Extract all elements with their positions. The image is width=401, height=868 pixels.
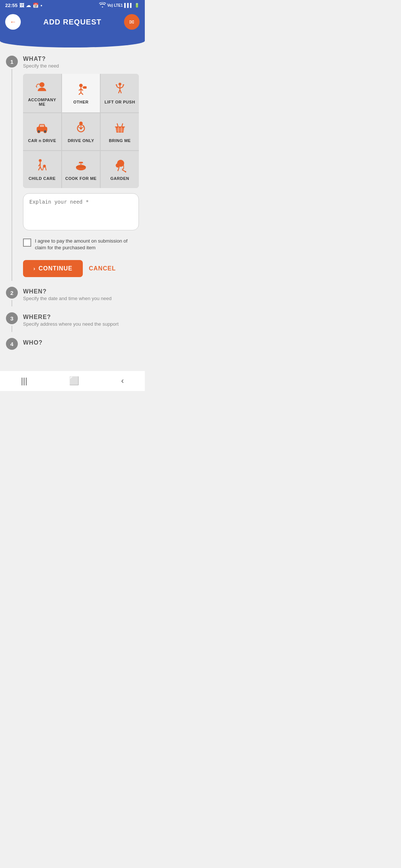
step-4-title: WHO? (23, 339, 139, 346)
service-accompany[interactable]: ACCOMPANY ME (23, 74, 61, 112)
explain-input[interactable] (23, 193, 139, 230)
svg-point-5 (38, 130, 40, 133)
lte-icon: Vo) LTE1 (107, 3, 123, 7)
svg-point-1 (79, 84, 83, 88)
svg-point-10 (80, 127, 82, 129)
agreement-row: I agree to pay the amount on submission … (23, 238, 139, 251)
status-right: Vo) LTE1 ▌▌▌ 🔋 (99, 2, 140, 8)
nav-home-icon[interactable]: ⬜ (69, 376, 79, 386)
step-4-container: 4 WHO? (6, 338, 139, 350)
step-1-body: WHAT? Specify the need ACCOMPANY ME (23, 56, 139, 281)
step-1-title: WHAT? (23, 56, 139, 62)
step-3-subtitle: Specify address where you need the suppo… (23, 321, 139, 327)
step-3-indicator: 3 (6, 312, 18, 332)
service-lift[interactable]: LIFT OR PUSH (101, 74, 139, 112)
step-2-subtitle: Specify the date and time when you need (23, 296, 139, 301)
svg-point-6 (44, 130, 47, 133)
dot-icon: • (40, 3, 42, 8)
service-bring-label: BRING ME (109, 138, 131, 143)
action-buttons: › CONTINUE CANCEL (23, 260, 139, 277)
step-4-circle: 4 (6, 338, 18, 350)
status-bar: 22:55 🖼 ☁ 📅 • Vo) LTE1 ▌▌▌ 🔋 (0, 0, 145, 10)
svg-rect-7 (40, 125, 44, 127)
mail-button[interactable]: ✉ (124, 14, 140, 30)
lift-icon (113, 82, 127, 96)
back-button[interactable]: ← (5, 14, 21, 30)
step-3-container: 3 WHERE? Specify address where you need … (6, 312, 139, 332)
svg-point-0 (40, 82, 45, 87)
time-text: 22:55 (5, 3, 17, 8)
service-other[interactable]: OTHER (62, 74, 100, 112)
step-3-line (12, 326, 12, 332)
car-icon (35, 121, 49, 135)
svg-point-11 (39, 159, 42, 162)
status-time: 22:55 🖼 ☁ 📅 • (5, 3, 42, 8)
svg-point-12 (43, 165, 46, 168)
step-1-circle: 1 (6, 56, 18, 68)
service-grid: ACCOMPANY ME OTHER (23, 74, 139, 188)
signal-icon: ▌▌▌ (124, 3, 133, 7)
step-1-indicator: 1 (6, 56, 18, 281)
continue-label: CONTINUE (39, 265, 73, 272)
main-content: 1 WHAT? Specify the need ACCOMPANY ME (0, 48, 145, 363)
page-title: ADD REQUEST (43, 18, 102, 26)
service-garden[interactable]: GARDEN (101, 151, 139, 188)
step-4-body: WHO? (23, 338, 139, 350)
step-1-line (12, 69, 12, 281)
step-3-title: WHERE? (23, 314, 139, 320)
service-cook-label: COOK FOR ME (65, 176, 97, 181)
childcare-icon (35, 158, 49, 172)
header: ← ADD REQUEST ✉ (0, 10, 145, 41)
cloud-icon: ☁ (26, 3, 31, 8)
nav-menu-icon[interactable]: ||| (21, 376, 27, 386)
cook-icon (74, 158, 88, 172)
wifi-icon (99, 2, 106, 8)
garden-icon (113, 158, 127, 172)
service-bring[interactable]: BRING ME (101, 113, 139, 150)
service-lift-label: LIFT OR PUSH (104, 100, 135, 104)
cancel-label: CANCEL (89, 265, 116, 272)
photo-icon: 🖼 (19, 3, 24, 8)
agreement-label: I agree to pay the amount on submission … (35, 238, 139, 251)
service-car-label: CAR n DRIVE (28, 138, 56, 143)
step-2-circle: 2 (6, 287, 18, 299)
accompany-icon (35, 80, 49, 94)
mail-icon: ✉ (129, 19, 134, 26)
step-2-body: WHEN? Specify the date and time when you… (23, 287, 139, 306)
basket-icon (113, 121, 127, 135)
bottom-nav: ||| ⬜ ‹ (0, 371, 145, 391)
step-2-container: 2 WHEN? Specify the date and time when y… (6, 287, 139, 306)
service-car[interactable]: CAR n DRIVE (23, 113, 61, 150)
step-2-line (12, 300, 12, 306)
service-childcare-label: CHILD CARE (29, 176, 56, 181)
svg-rect-2 (83, 86, 87, 89)
step-2-title: WHEN? (23, 288, 139, 295)
svg-point-3 (118, 83, 121, 86)
nav-back-icon[interactable]: ‹ (121, 376, 124, 386)
chevron-icon: › (33, 266, 36, 272)
service-accompany-label: ACCOMPANY ME (26, 98, 58, 106)
service-drive[interactable]: DRIVE ONLY (62, 113, 100, 150)
service-childcare[interactable]: CHILD CARE (23, 151, 61, 188)
service-other-label: OTHER (73, 100, 88, 104)
back-icon: ← (10, 18, 16, 26)
step-1-subtitle: Specify the need (23, 63, 139, 69)
step-2-indicator: 2 (6, 287, 18, 306)
other-icon (74, 82, 88, 96)
service-drive-label: DRIVE ONLY (68, 138, 94, 143)
step-1-container: 1 WHAT? Specify the need ACCOMPANY ME (6, 56, 139, 281)
service-cook[interactable]: COOK FOR ME (62, 151, 100, 188)
step-3-body: WHERE? Specify address where you need th… (23, 312, 139, 332)
service-garden-label: GARDEN (110, 176, 129, 181)
calendar-icon: 📅 (33, 3, 39, 8)
driver-icon (74, 121, 88, 135)
svg-point-17 (125, 171, 126, 172)
step-3-circle: 3 (6, 312, 18, 324)
continue-button[interactable]: › CONTINUE (23, 260, 83, 277)
step-4-indicator: 4 (6, 338, 18, 350)
agreement-checkbox[interactable] (23, 239, 31, 247)
cancel-button[interactable]: CANCEL (89, 265, 116, 272)
battery-icon: 🔋 (134, 3, 140, 8)
